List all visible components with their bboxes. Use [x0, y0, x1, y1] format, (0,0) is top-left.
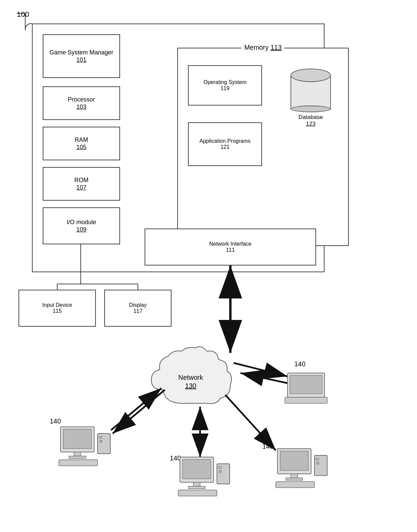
ram-number: 105 [76, 144, 86, 151]
rom-box: ROM 107 [43, 167, 120, 201]
database-container: Database 123 [286, 69, 336, 129]
svg-rect-38 [314, 455, 327, 476]
svg-line-13 [225, 395, 276, 450]
svg-line-10 [234, 363, 288, 376]
bottom-computer [178, 457, 230, 496]
game-system-manager-box: Game System Manager 101 [43, 34, 120, 78]
network-label: Network [178, 374, 203, 381]
diagram: 100 Game System Manager 101 Processor 10… [0, 0, 417, 532]
io-module-number: 109 [76, 226, 86, 233]
database-label: Database 123 [299, 114, 323, 127]
display-box: Display 117 [104, 290, 172, 327]
game-system-manager-number: 101 [76, 56, 86, 64]
processor-box: Processor 103 [43, 86, 120, 120]
figure-label: 100 [17, 10, 29, 19]
svg-rect-29 [188, 486, 205, 489]
svg-rect-26 [180, 457, 214, 482]
app-programs-box: Application Programs 121 [188, 122, 262, 166]
client1-label: 140 [50, 417, 61, 425]
game-system-manager-label: Game System Manager [49, 49, 113, 56]
os-number: 119 [221, 85, 230, 91]
db-bottom-ellipse [291, 106, 331, 112]
input-device-number: 115 [53, 308, 62, 314]
network-number: 130 [185, 382, 196, 390]
display-number: 117 [134, 308, 143, 314]
ram-box: RAM 105 [43, 127, 120, 160]
svg-rect-35 [280, 451, 308, 470]
svg-rect-16 [63, 429, 91, 449]
svg-point-21 [100, 440, 102, 443]
svg-rect-25 [285, 397, 327, 403]
svg-rect-28 [193, 482, 200, 486]
db-top [291, 69, 331, 82]
svg-rect-24 [290, 375, 322, 394]
svg-rect-37 [286, 478, 303, 480]
rom-number: 107 [76, 184, 86, 191]
processor-number: 103 [76, 104, 86, 111]
svg-rect-20 [99, 436, 102, 438]
svg-rect-22 [59, 460, 98, 466]
svg-line-9 [113, 390, 165, 434]
svg-rect-15 [61, 427, 94, 452]
svg-line-11 [240, 373, 288, 383]
svg-rect-30 [217, 464, 230, 484]
processor-label: Processor [68, 96, 95, 104]
left-computer [59, 427, 110, 466]
svg-rect-39 [316, 458, 319, 460]
right-bottom-computer [276, 449, 327, 488]
network-cloud: Network 130 [151, 347, 231, 404]
svg-rect-23 [288, 373, 325, 397]
os-box: Operating System 119 [188, 65, 262, 106]
app-programs-label: Application Programs [199, 138, 251, 144]
network-interface-box: Network Interface 111 [145, 229, 316, 265]
input-device-box: Input Device 115 [18, 290, 96, 327]
client3-label: 140 [170, 454, 181, 462]
svg-rect-19 [98, 434, 110, 454]
io-module-box: I/O module 109 [43, 207, 120, 244]
svg-rect-36 [291, 474, 298, 478]
database-cylinder [291, 69, 331, 112]
svg-rect-41 [276, 482, 314, 488]
svg-line-14 [111, 388, 161, 430]
network-interface-label: Network Interface [209, 241, 251, 247]
memory-label: Memory 113 [241, 44, 284, 51]
svg-rect-31 [218, 466, 222, 468]
svg-rect-34 [277, 449, 311, 474]
rom-label: ROM [74, 176, 88, 184]
app-programs-number: 121 [221, 144, 230, 150]
svg-point-40 [316, 462, 319, 464]
os-label: Operating System [203, 79, 247, 85]
client2-label: 140 [294, 360, 305, 368]
network-interface-number: 111 [226, 247, 235, 253]
svg-rect-27 [183, 459, 211, 479]
svg-point-32 [219, 470, 222, 473]
ram-label: RAM [75, 136, 88, 144]
memory-box: Memory 113 Operating System 119 Applicat… [177, 48, 349, 246]
svg-rect-33 [178, 490, 217, 496]
svg-rect-18 [69, 456, 86, 458]
display-label: Display [129, 302, 147, 308]
right-top-computer [285, 373, 327, 403]
svg-rect-17 [74, 452, 81, 456]
input-device-label: Input Device [42, 302, 72, 308]
io-module-label: I/O module [67, 218, 96, 226]
client4-label: 140 [262, 443, 273, 450]
